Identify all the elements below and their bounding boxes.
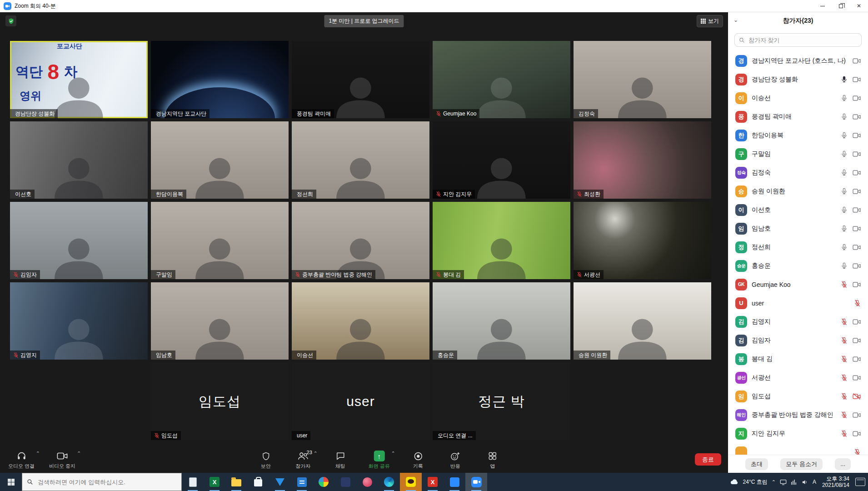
more-options-button[interactable]: ... (835, 458, 851, 470)
taskbar-triangle-icon[interactable] (269, 473, 291, 491)
taskbar-bluedoc-icon[interactable] (291, 473, 313, 491)
participant-search[interactable] (734, 33, 862, 47)
toolbar-people-button[interactable]: ⌃ 23 참가자 (290, 450, 316, 470)
video-tile[interactable]: 이승선 (292, 282, 429, 360)
video-tile[interactable]: 중부총괄 반야팀 법중 강해인 (292, 202, 429, 279)
tile-name-label: 김임자 (10, 270, 40, 279)
participant-row[interactable]: 광선 서광선 (728, 368, 868, 387)
caret-up-icon[interactable]: ⌃ (314, 451, 318, 456)
video-tile[interactable]: 경남지역단 포교사단 (151, 41, 289, 118)
video-tile[interactable]: 정선희 (292, 121, 429, 199)
toolbar-apps-button[interactable]: ⌃ 앱 (480, 450, 505, 470)
video-tile[interactable]: 구말임 (151, 202, 289, 279)
toolbar-shield-button[interactable]: ⌃ 보안 (253, 450, 279, 470)
participant-row[interactable]: 경 경남지역단 포교사단 (호스트, 나) (728, 51, 868, 70)
toolbar-share-button[interactable]: ⌃ ↑ 화면 공유 (365, 450, 394, 470)
participant-row[interactable]: U user (728, 294, 868, 312)
weather-text[interactable]: 24°C 흐림 (743, 478, 768, 486)
invite-button[interactable]: 초대 (745, 458, 768, 470)
taskbar-edge-icon[interactable] (378, 473, 400, 491)
video-tile[interactable]: 이선호 (10, 121, 148, 199)
mute-all-button[interactable]: 모두 음소거 (780, 458, 823, 470)
weather-icon[interactable] (730, 479, 739, 485)
close-button[interactable]: ✕ (850, 0, 868, 12)
participant-row[interactable]: 경 경남단장 성불화 (728, 70, 868, 89)
caret-up-icon[interactable]: ⌃ (391, 451, 395, 456)
taskbar-store-icon[interactable] (247, 473, 269, 491)
taskbar-search-input[interactable] (37, 478, 177, 486)
taskbar-kakao-icon[interactable] (400, 473, 422, 491)
display-icon[interactable] (780, 479, 787, 485)
toolbar-chat-button[interactable]: ⌃ 채팅 (328, 450, 353, 470)
participant-row[interactable]: 승운 홍승운 (728, 256, 868, 275)
end-meeting-button[interactable]: 종료 (695, 453, 721, 466)
tile-name-label: 승원 이원환 (574, 351, 610, 360)
participant-row[interactable]: 이 이승선 (728, 89, 868, 107)
participant-row[interactable]: 승 승원 이원환 (728, 182, 868, 200)
video-tile[interactable]: 한담이용복 (151, 121, 289, 199)
participant-row[interactable]: 지 지안 김지우 (728, 424, 868, 443)
view-button[interactable]: 보기 (697, 15, 723, 27)
video-tile[interactable]: 홍승운 (433, 282, 570, 360)
volume-icon[interactable] (802, 479, 808, 485)
video-tile[interactable]: 승원 이원환 (574, 282, 711, 360)
video-tile[interactable]: 풍경팀 곽미애 (292, 41, 429, 118)
participant-row[interactable]: 구 구말임 (728, 145, 868, 163)
network-icon[interactable] (791, 479, 798, 485)
toolbar-react-button[interactable]: ⌃ 반응 (443, 450, 468, 470)
taskbar-blueapp-icon[interactable] (444, 473, 465, 491)
participant-row[interactable]: 임 임도섭 (728, 387, 868, 406)
participant-row[interactable]: GK Geumjae Koo (728, 275, 868, 294)
video-tile[interactable]: Geumjae Koo (433, 41, 570, 118)
participant-row[interactable]: 김 김임자 (728, 331, 868, 350)
taskbar-search[interactable] (22, 473, 182, 491)
participant-row[interactable]: 이 이선호 (728, 200, 868, 219)
start-button[interactable] (0, 473, 22, 491)
security-shield-icon[interactable] (5, 15, 16, 26)
participant-row[interactable] (728, 443, 868, 455)
taskbar-navy-icon[interactable] (334, 473, 356, 491)
video-tile[interactable]: 봉대 김 (433, 202, 570, 279)
video-tile[interactable]: 임도섭 임도섭 (151, 363, 289, 440)
video-tile[interactable]: 지안 김지우 (433, 121, 570, 199)
participant-row[interactable]: 해인 중부총괄 반야팀 법중 강해인 (728, 406, 868, 424)
taskbar-pink-icon[interactable] (356, 473, 378, 491)
participant-row[interactable]: 정숙 김정숙 (728, 163, 868, 182)
upgrade-banner[interactable]: 1분 미만 | 프로로 업그레이드 (324, 15, 404, 27)
video-tile[interactable]: 김임자 (10, 202, 148, 279)
participant-search-input[interactable] (748, 36, 857, 44)
participant-row[interactable]: 봉 봉대 김 (728, 350, 868, 368)
taskbar-redx-icon[interactable] (422, 473, 444, 491)
toolbar-camera-button[interactable]: ⌃ 비디오 중지 (45, 450, 79, 470)
caret-up-icon[interactable]: ⌃ (77, 451, 81, 456)
restore-button[interactable] (832, 0, 850, 12)
toolbar-headset-button[interactable]: ⌃ 오디오 연결 (5, 450, 38, 470)
video-tile[interactable]: 김영지 (10, 282, 148, 360)
camera-status-icon (853, 356, 861, 362)
participant-row[interactable]: 한 한담이용복 (728, 126, 868, 145)
taskbar-document-icon[interactable] (182, 473, 204, 491)
taskbar-excel-icon[interactable] (204, 473, 225, 491)
video-tile[interactable]: user user (292, 363, 429, 440)
video-tile[interactable]: 임남호 (151, 282, 289, 360)
video-tile[interactable]: 김정숙 (574, 41, 711, 118)
collapse-panel-icon[interactable]: ⌄ (733, 17, 738, 23)
minimize-button[interactable] (813, 0, 832, 12)
participant-row[interactable]: 풍 풍경팀 곽미애 (728, 107, 868, 126)
hidden-icons-chevron[interactable]: ⌃ (772, 479, 776, 485)
video-tile[interactable]: 서광선 (574, 202, 711, 279)
action-center-icon[interactable] (855, 478, 865, 486)
video-tile[interactable]: 정근 박 오디오 연결 ... (433, 363, 570, 440)
taskbar-zoomapp-icon[interactable] (465, 473, 487, 491)
taskbar-photos-icon[interactable] (313, 473, 334, 491)
ime-indicator[interactable]: A (813, 479, 816, 485)
video-tile[interactable]: 포교사단역단 8 차영위 경남단장 성불화 (10, 41, 148, 118)
toolbar-record-button[interactable]: ⌃ 기록 (405, 450, 431, 470)
video-tile[interactable]: 최성환 (574, 121, 711, 199)
participant-row[interactable]: 정 정선희 (728, 238, 868, 256)
caret-up-icon[interactable]: ⌃ (36, 451, 40, 456)
taskbar-folder-icon[interactable] (225, 473, 247, 491)
taskbar-clock[interactable]: 오후 3:34 2021/08/14 (820, 476, 851, 488)
participant-row[interactable]: 임 임남호 (728, 219, 868, 238)
participant-row[interactable]: 김 김영지 (728, 312, 868, 331)
